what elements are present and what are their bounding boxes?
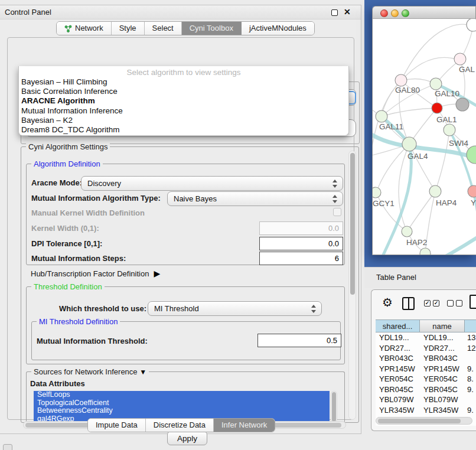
infer-tabbar: Impute DataDiscretize DataInfer Network xyxy=(87,418,275,432)
table-row[interactable]: YDR27...YDR27...12 xyxy=(376,343,476,354)
table-cell: YDR27... xyxy=(376,343,420,354)
algorithm-option-bayesian-k2[interactable]: Bayesian – K2 xyxy=(19,116,348,125)
mi-threshold-field[interactable]: 0.5 xyxy=(257,334,341,347)
apply-button[interactable]: Apply xyxy=(167,431,207,445)
table-row[interactable]: YBR045CYBR045C9. xyxy=(376,384,476,395)
table-body: YDL19...YDL19...13YDR27...YDR27...12YBR0… xyxy=(376,332,476,426)
table-cell: YBR045C xyxy=(420,384,465,395)
split-view-icon[interactable] xyxy=(402,297,415,310)
node-hap4[interactable] xyxy=(429,185,441,197)
mi-steps-label: Mutual Information Steps: xyxy=(31,254,126,263)
aracne-mode-value: Discovery xyxy=(87,179,121,188)
table-panel-window: ⚙ ✓ ✓ shared...name YDL19...YDL19...13YD… xyxy=(371,289,476,431)
mi-steps-field[interactable]: 6 xyxy=(259,252,343,265)
which-threshold-combobox[interactable]: MI Threshold xyxy=(148,301,322,316)
tab-label: Discretize Data xyxy=(154,419,206,432)
kernel-width-field[interactable]: 0.0 xyxy=(259,221,343,235)
node-gray[interactable] xyxy=(456,98,469,111)
settings-vscroll-thumb[interactable] xyxy=(350,153,355,295)
tab-network[interactable]: Network xyxy=(57,22,112,35)
attribute-item-betweennesscentrality[interactable]: BetweennessCentrality xyxy=(34,407,330,415)
hub-definition-expander[interactable]: Hub/Transcription Factor Definition▶ xyxy=(31,269,160,278)
algorithm-definition-title: Algorithm Definition xyxy=(31,159,103,168)
node-gal80[interactable] xyxy=(395,74,407,86)
gear-icon[interactable]: ⚙ xyxy=(382,295,393,309)
algorithm-option-basic-correlation-inference[interactable]: Basic Correlation Inference xyxy=(19,87,348,96)
sources-group: Sources for Network Inference ▼ Data Att… xyxy=(26,371,345,423)
table-row[interactable]: YBL079WYBL079W xyxy=(376,394,476,405)
table-hscroll-thumb[interactable] xyxy=(378,419,461,423)
tab-select[interactable]: Select xyxy=(145,22,182,35)
tab-infer-network[interactable]: Infer Network xyxy=(214,419,275,432)
spinner-icon xyxy=(311,305,316,313)
mi-threshold-value: 0.5 xyxy=(327,336,337,345)
attribute-item-topologicalcoefficient[interactable]: TopologicalCoefficient xyxy=(34,399,330,407)
collapse-arrow-icon[interactable]: ▼ xyxy=(139,368,146,376)
table-cell: 13 xyxy=(465,332,476,343)
node-gal10[interactable] xyxy=(430,78,442,90)
tab-label: Select xyxy=(152,22,174,35)
algorithm-option-mutual-information-inference[interactable]: Mutual Information Inference xyxy=(19,106,348,116)
tab-label: Infer Network xyxy=(221,419,267,432)
mi-type-value: Naive Bayes xyxy=(174,194,217,203)
attributes-scrollbar[interactable] xyxy=(331,391,337,423)
settings-vertical-scrollbar[interactable] xyxy=(348,151,356,420)
table-row[interactable]: YBR043CYBR043C xyxy=(376,353,476,364)
select-all-checkbox-icon[interactable]: ✓ xyxy=(424,300,431,306)
spinner-icon xyxy=(332,195,337,203)
table-cell: YPR145W xyxy=(420,364,465,374)
node-gal-pink[interactable] xyxy=(454,53,466,65)
algorithm-option-dream8-dc-tdc-algorithm[interactable]: Dream8 DC_TDC Algorithm xyxy=(19,125,348,135)
node-gcy1[interactable] xyxy=(373,187,381,198)
table-row[interactable]: YER054CYER054C8. xyxy=(376,374,476,384)
algorithm-option-bayesian-hill-climbing[interactable]: Bayesian – Hill Climbing xyxy=(19,77,348,87)
tab-style[interactable]: Style xyxy=(112,22,145,35)
table-cell: YLR345W xyxy=(420,405,465,416)
tab-jactivemnodules[interactable]: jActiveMNodules xyxy=(242,22,314,35)
aracne-mode-combobox[interactable]: Discovery xyxy=(81,176,343,191)
network-window-titlebar[interactable] xyxy=(372,6,476,19)
tab-discretize-data[interactable]: Discretize Data xyxy=(146,419,214,432)
column-header-shared[interactable]: shared... xyxy=(376,319,420,332)
control-panel-window: Control Panel ✕ NetworkStyleSelectCyni T… xyxy=(0,5,361,434)
table-row[interactable]: YLR345WYLR345W9. xyxy=(376,405,476,416)
zoom-window-icon[interactable] xyxy=(402,9,409,17)
tab-cyni-toolbox[interactable]: Cyni Toolbox xyxy=(182,22,242,35)
taskbar-chip-icon[interactable] xyxy=(3,444,12,450)
column-header-2[interactable] xyxy=(465,319,476,332)
network-edge xyxy=(376,144,409,193)
node-gal11[interactable] xyxy=(376,110,387,122)
mi-type-combobox[interactable]: Naive Bayes xyxy=(167,191,343,206)
attributes-scrollbar-thumb[interactable] xyxy=(332,392,336,422)
network-canvas[interactable]: GALGAL80GAL10GAL1GAL11SWI4GAL4GCY1HAP4YH… xyxy=(372,19,476,255)
node-hap2[interactable] xyxy=(402,226,412,237)
algorithm-dropdown-placeholder: Select algorithm to view settings xyxy=(19,67,348,77)
node-gal1[interactable] xyxy=(432,103,442,113)
algorithm-option-aracne-algorithm[interactable]: ARACNE Algorithm xyxy=(19,96,348,106)
document-icon[interactable] xyxy=(470,295,476,309)
close-window-icon[interactable] xyxy=(380,9,388,17)
table-row[interactable]: YDL19...YDL19...13 xyxy=(376,332,476,343)
close-panel-icon[interactable]: ✕ xyxy=(344,7,351,17)
node-swi4[interactable] xyxy=(444,124,455,136)
manual-kernel-label: Manual Kernel Width Definition xyxy=(31,208,145,217)
tab-impute-data[interactable]: Impute Data xyxy=(88,419,146,432)
table-header-row: shared...name xyxy=(376,319,476,332)
minimize-window-icon[interactable] xyxy=(391,9,399,17)
node-bottom[interactable] xyxy=(420,248,431,255)
deselect-checkbox-icon[interactable] xyxy=(447,300,454,306)
select-all-checkbox-icon[interactable]: ✓ xyxy=(433,300,439,306)
deselect-checkbox-icon[interactable] xyxy=(456,300,462,306)
manual-kernel-checkbox[interactable] xyxy=(333,208,341,216)
attribute-item-selfloops[interactable]: SelfLoops xyxy=(34,391,330,399)
dpi-tolerance-field[interactable]: 0.0 xyxy=(259,237,343,250)
column-header-name[interactable]: name xyxy=(420,319,465,332)
node-gcy1-label: GCY1 xyxy=(373,199,395,208)
table-row[interactable]: YPR145WYPR145W9. xyxy=(376,364,476,374)
node-top[interactable] xyxy=(467,19,476,31)
node-gal4[interactable] xyxy=(402,137,416,151)
node-salmon[interactable] xyxy=(468,185,476,197)
float-window-icon[interactable] xyxy=(331,9,338,16)
table-horizontal-scrollbar[interactable] xyxy=(376,417,472,425)
mi-type-label: Mutual Information Algorithm Type: xyxy=(31,194,161,203)
